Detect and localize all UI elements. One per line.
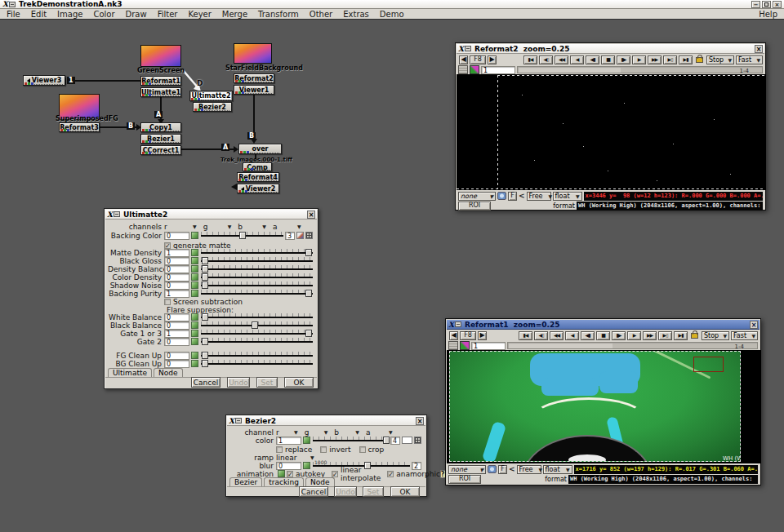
f8-button[interactable]: F8 (460, 331, 476, 340)
node-bezier1[interactable]: Bezier1 (140, 134, 181, 144)
color-slider[interactable] (313, 436, 389, 445)
full-res-button[interactable]: F (498, 465, 507, 474)
window-menu-icon[interactable] (235, 418, 242, 423)
slider-handle[interactable] (305, 330, 312, 337)
node-bezier2[interactable]: Bezier2 (193, 102, 232, 112)
density-balance-value[interactable]: 0 (164, 265, 189, 273)
animate-toggle-icon[interactable] (191, 313, 198, 321)
undo-button[interactable]: Undo (227, 377, 250, 388)
close-icon[interactable]: × (416, 417, 424, 425)
rewind-button[interactable]: ◀◀ (550, 331, 564, 340)
window-menu-icon[interactable] (9, 2, 16, 7)
tab-ultimatte[interactable]: Ultimatte (108, 368, 152, 377)
blur-value[interactable]: 0 (276, 462, 301, 470)
channel-b-select[interactable]: b (334, 428, 352, 437)
prev-view-button[interactable]: ◀ (459, 55, 468, 64)
bitdepth-select[interactable]: float▼ (553, 192, 582, 201)
bg-clean-up-value[interactable]: 0 (164, 360, 189, 368)
animate-toggle-icon[interactable] (191, 265, 198, 273)
update-icon[interactable] (448, 341, 458, 350)
step-forward-button[interactable]: ▮▶ (617, 55, 630, 64)
animate-toggle-icon[interactable] (191, 282, 198, 289)
animate-toggle-icon[interactable] (303, 462, 310, 469)
menu-help[interactable]: Help (759, 10, 777, 19)
menu-demo[interactable]: Demo (380, 10, 404, 19)
channel-b-select[interactable]: b (238, 223, 259, 231)
stop-button[interactable]: ■ (601, 55, 615, 64)
ramp-select[interactable]: linear (276, 454, 307, 462)
menu-draw[interactable]: Draw (126, 10, 147, 19)
full-res-button[interactable]: F (508, 192, 517, 201)
screen-subtraction-checkbox[interactable] (164, 299, 171, 305)
goto-start-button[interactable]: ▮◀ (523, 55, 537, 64)
tab-node[interactable]: Node (305, 477, 335, 486)
channel-select-icon[interactable] (460, 341, 470, 350)
tracking-box[interactable] (693, 357, 724, 372)
channel-r-select[interactable]: r (276, 428, 291, 437)
next-key-button[interactable]: ▶▯ (663, 55, 677, 64)
gate-2-slider[interactable] (201, 337, 313, 346)
prev-view-button[interactable]: ◀ (449, 331, 458, 340)
goto-end-button[interactable]: ▶▮ (674, 331, 688, 340)
slider-handle[interactable] (364, 462, 371, 469)
starfield-label[interactable]: StarFieldBackground (225, 64, 303, 72)
slider-handle[interactable] (202, 360, 208, 367)
slider-handle[interactable] (252, 321, 258, 329)
step-back-button[interactable]: ◀▮ (581, 331, 595, 340)
roi-button[interactable]: ROI (458, 202, 491, 211)
minimize-button[interactable]: − (751, 1, 760, 8)
slider-handle[interactable] (305, 290, 312, 297)
node-viewer2[interactable]: Viewer2 (237, 184, 279, 193)
close-icon[interactable]: × (755, 45, 763, 53)
node-ultimatte2-selected[interactable]: Ultimatte2 (189, 91, 233, 101)
channel-g-select[interactable]: g (305, 428, 321, 437)
roi-button[interactable]: ROI (448, 475, 481, 484)
menu-image[interactable]: Image (57, 10, 82, 19)
animate-toggle-icon[interactable] (191, 321, 198, 329)
current-frame-field[interactable]: 1 (471, 342, 506, 350)
animate-toggle-icon[interactable] (191, 273, 198, 281)
animate-toggle-icon[interactable] (278, 470, 285, 477)
node-copy1[interactable]: Copy1 (140, 122, 181, 132)
viewer-image-greenscreen[interactable]: WH (Wor (447, 350, 761, 463)
menu-filter[interactable]: Filter (158, 10, 178, 19)
chevron-down-icon[interactable]: ▼ (355, 429, 359, 435)
current-frame-field[interactable]: 1 (481, 66, 515, 74)
chevron-down-icon[interactable]: ▼ (324, 429, 328, 435)
shadow-noise-value[interactable]: 0 (164, 282, 189, 290)
channel-r-select[interactable]: r (164, 223, 189, 231)
speed-select[interactable]: Fast▼ (736, 55, 763, 64)
compare-icon[interactable]: < (519, 193, 525, 200)
goto-start-button[interactable]: ▮◀ (519, 331, 532, 340)
node-reformat4[interactable]: Reformat4 (237, 172, 279, 182)
step-forward-button[interactable]: ▮▶ (612, 331, 626, 340)
lut-select[interactable]: none▼ (448, 465, 486, 474)
bg-clean-up-slider[interactable] (201, 359, 313, 368)
animate-toggle-icon[interactable] (191, 249, 198, 256)
backing-color-value[interactable]: 0 (164, 232, 189, 240)
animate-toggle-icon[interactable] (191, 232, 198, 239)
cancel-button[interactable]: Cancel (191, 377, 220, 388)
ok-button[interactable]: OK (390, 486, 420, 497)
stop-mode-select[interactable]: Stop▼ (706, 55, 734, 64)
channel-a-select[interactable]: a (273, 223, 294, 231)
fast-forward-button[interactable]: ▶▶ (648, 55, 662, 64)
node-reformat3[interactable]: Reformat3 (59, 122, 100, 132)
animate-toggle-icon[interactable] (191, 352, 198, 359)
slider-handle[interactable] (202, 313, 208, 321)
chevron-down-icon[interactable]: ▼ (297, 224, 301, 229)
bezier2-dialog-titlebar[interactable]: X Bezier2 × (227, 416, 425, 426)
menu-other[interactable]: Other (310, 10, 332, 19)
animate-toggle-icon[interactable] (191, 360, 198, 367)
invert-checkbox[interactable] (320, 446, 327, 453)
channel-a-select[interactable]: a (366, 428, 385, 437)
slider-handle[interactable] (202, 273, 208, 281)
backing-color-slider[interactable] (201, 231, 283, 240)
greenscreen-thumbnail[interactable] (140, 45, 181, 67)
f8-button[interactable]: F8 (470, 55, 486, 64)
window-menu-icon[interactable] (455, 321, 461, 327)
channel-select-icon[interactable] (470, 65, 479, 74)
menu-merge[interactable]: Merge (222, 10, 247, 19)
backing-color-count[interactable]: 3 (285, 232, 295, 240)
slider-handle[interactable] (202, 257, 208, 264)
